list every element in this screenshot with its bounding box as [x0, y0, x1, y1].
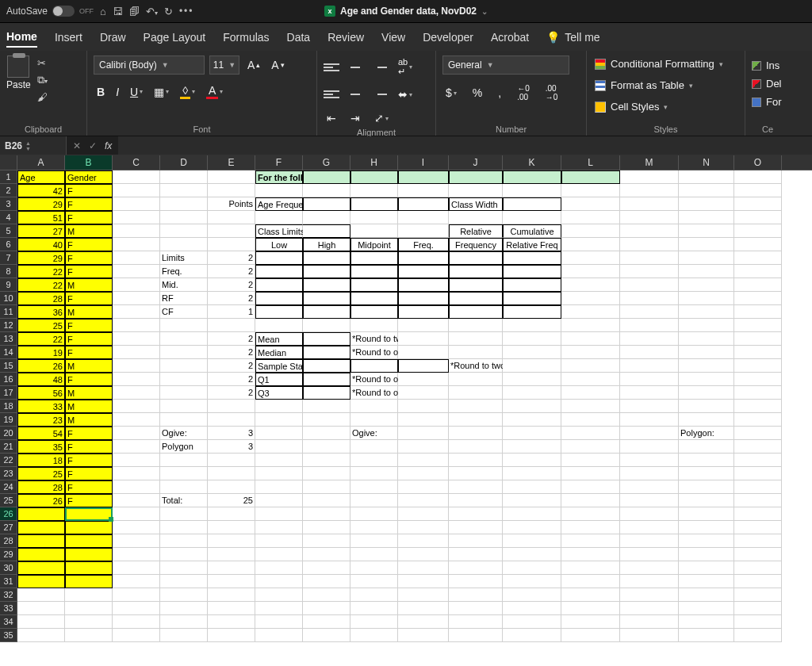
cell[interactable]: [65, 521, 113, 534]
format-painter-icon[interactable]: 🖌: [37, 91, 48, 103]
cell[interactable]: High: [303, 238, 350, 251]
cell[interactable]: [303, 292, 350, 305]
cell[interactable]: [303, 332, 350, 346]
cell[interactable]: [620, 184, 679, 197]
cell[interactable]: [449, 507, 503, 521]
cell[interactable]: [734, 413, 782, 427]
cell[interactable]: [398, 521, 449, 534]
col-H[interactable]: H: [350, 155, 398, 170]
cell[interactable]: [113, 440, 160, 454]
cell[interactable]: [255, 211, 303, 224]
cell[interactable]: [398, 332, 449, 346]
cell[interactable]: Relative Freq: [503, 238, 561, 251]
cell[interactable]: [255, 507, 303, 521]
cell[interactable]: [255, 534, 303, 548]
cell[interactable]: [303, 534, 350, 548]
cell[interactable]: [303, 427, 350, 440]
cell[interactable]: [679, 319, 734, 332]
cell[interactable]: [620, 561, 679, 575]
cell[interactable]: [561, 359, 620, 373]
cell[interactable]: [303, 346, 350, 359]
cell[interactable]: [449, 615, 503, 629]
cell[interactable]: [208, 319, 255, 332]
cell[interactable]: [561, 400, 620, 413]
cell[interactable]: [398, 507, 449, 521]
cell[interactable]: [255, 494, 303, 507]
cell[interactable]: [350, 251, 398, 265]
cell[interactable]: [398, 561, 449, 575]
cell[interactable]: [303, 467, 350, 480]
cell[interactable]: [113, 359, 160, 373]
cell[interactable]: Low: [255, 238, 303, 251]
cell[interactable]: [398, 480, 449, 494]
cell[interactable]: [679, 575, 734, 588]
row-header[interactable]: 1: [0, 170, 17, 184]
cell[interactable]: [208, 238, 255, 251]
cell[interactable]: [160, 615, 208, 629]
col-A[interactable]: A: [17, 155, 65, 170]
cell[interactable]: [620, 292, 679, 305]
cell[interactable]: RF: [160, 292, 208, 305]
cell[interactable]: [679, 292, 734, 305]
cell[interactable]: [160, 373, 208, 386]
align-left-icon[interactable]: [324, 88, 339, 101]
cell[interactable]: [65, 588, 113, 602]
cell[interactable]: Relative: [449, 224, 503, 238]
cell[interactable]: [208, 588, 255, 602]
cell[interactable]: [734, 386, 782, 400]
undo-icon[interactable]: ↶▾: [146, 6, 158, 17]
cell[interactable]: [503, 265, 561, 278]
cell[interactable]: [113, 494, 160, 507]
cell[interactable]: [620, 534, 679, 548]
increase-indent-icon[interactable]: ⇥: [347, 110, 363, 126]
col-B[interactable]: B: [65, 155, 113, 170]
cell[interactable]: [160, 346, 208, 359]
cell[interactable]: [679, 548, 734, 561]
cell[interactable]: [113, 265, 160, 278]
cell[interactable]: [113, 251, 160, 265]
home-icon[interactable]: ⌂: [100, 6, 106, 17]
cell[interactable]: [734, 480, 782, 494]
cell[interactable]: [734, 602, 782, 615]
cell[interactable]: [350, 548, 398, 561]
cell[interactable]: 40: [17, 238, 65, 251]
cell[interactable]: [734, 359, 782, 373]
cell[interactable]: [734, 319, 782, 332]
cell[interactable]: [503, 467, 561, 480]
decrease-decimal-icon[interactable]: .00→0: [542, 82, 561, 103]
cell[interactable]: Limits: [160, 251, 208, 265]
cell[interactable]: [620, 615, 679, 629]
cell[interactable]: [734, 494, 782, 507]
cell[interactable]: 22: [17, 278, 65, 292]
cell[interactable]: [17, 507, 65, 521]
cell[interactable]: [449, 332, 503, 346]
cell[interactable]: [350, 211, 398, 224]
cell[interactable]: [350, 588, 398, 602]
cell[interactable]: [303, 373, 350, 386]
cell[interactable]: [303, 507, 350, 521]
cell[interactable]: 36: [17, 305, 65, 319]
col-O[interactable]: O: [734, 155, 782, 170]
cell[interactable]: Class Limits: [255, 224, 303, 238]
cell[interactable]: [65, 561, 113, 575]
cell[interactable]: [449, 588, 503, 602]
row-header[interactable]: 7: [0, 251, 17, 265]
cell[interactable]: [303, 184, 350, 197]
conditional-formatting-button[interactable]: Conditional Formatting▾: [593, 56, 725, 72]
cell[interactable]: [561, 548, 620, 561]
cell[interactable]: [620, 359, 679, 373]
cell[interactable]: [734, 211, 782, 224]
cell[interactable]: [734, 265, 782, 278]
cell[interactable]: [449, 561, 503, 575]
col-D[interactable]: D: [160, 155, 208, 170]
cell[interactable]: [398, 278, 449, 292]
cell[interactable]: [449, 319, 503, 332]
cell[interactable]: [561, 615, 620, 629]
cell[interactable]: Age Frequency Distribution:: [255, 197, 303, 211]
cell[interactable]: [620, 521, 679, 534]
cell[interactable]: [734, 521, 782, 534]
cell[interactable]: [503, 359, 561, 373]
cell[interactable]: [561, 211, 620, 224]
cell[interactable]: [398, 319, 449, 332]
orientation-icon[interactable]: ⤢▾: [371, 110, 392, 126]
